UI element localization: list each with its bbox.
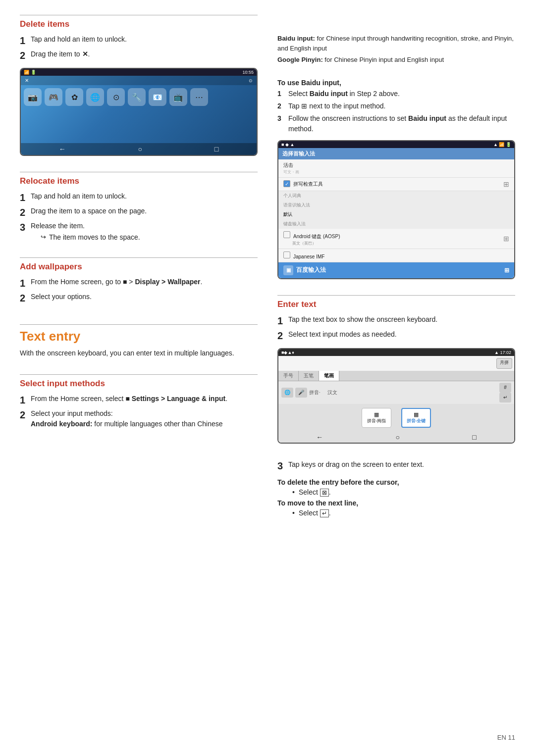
- page-number: EN 11: [497, 734, 515, 741]
- list-item: 1 Select Baidu input in Step 2 above.: [277, 89, 515, 99]
- sub-text: The item moves to the space.: [49, 232, 140, 243]
- google-bold: Google Pinyin:: [277, 56, 323, 63]
- delete-items-list: 1 Tap and hold an item to unlock. 2 Drag…: [20, 34, 258, 62]
- add-wallpapers-title: Add wallpapers: [20, 262, 258, 272]
- kb-key-main: ▦ 拼音-拇指: [362, 408, 391, 428]
- app-icon: 🔧: [128, 88, 146, 106]
- kb-key-pinyin-thumb: ▦ 拼音-拇指: [362, 408, 391, 428]
- kb-tab-bihua: 笔画: [319, 371, 339, 381]
- list-item: 1 Tap and hold an item to unlock.: [20, 191, 258, 204]
- kb-key-label2: ▦: [414, 411, 419, 418]
- kb-status-bar: ■◆▲♦ ▲ 17:02: [278, 349, 514, 356]
- step-text: Select Baidu input in Step 2 above.: [288, 89, 515, 99]
- app-icon: 🌐: [86, 88, 104, 106]
- recent-btn: □: [214, 145, 218, 153]
- step-num: 3: [277, 459, 288, 472]
- enter-text-title: Enter text: [277, 300, 515, 309]
- step-num: 3: [277, 113, 288, 124]
- kb-keys-area: ▦ 拼音-拇指 ▦ 拼音-全键: [278, 404, 514, 432]
- kb-corner-btn: 月拼: [496, 358, 512, 369]
- divider-relocate: [20, 172, 258, 172]
- step-num: 2: [20, 292, 31, 304]
- step-text: Drag the item to ✕.: [31, 49, 258, 59]
- kb-key-pinyin-full: ▦ 拼音-全键: [401, 408, 431, 428]
- step-num: 1: [277, 314, 288, 327]
- bullet-dot2: •: [292, 509, 295, 517]
- keyboard-screenshot: ■◆▲♦ ▲ 17:02 月拼 手号 五笔 笔画 🌐 🎤 拼音·: [277, 348, 515, 444]
- list-item: 2 Select your options.: [20, 292, 258, 304]
- home-screen-screenshot: 📶 🔋 10:55 ✕ ⊙ 📷 🎮 ✿ 🌐: [20, 68, 258, 156]
- divider-text-entry: [20, 324, 258, 325]
- step-num: 1: [20, 277, 31, 290]
- kb-key-label: ▦: [374, 411, 379, 418]
- step-text: Select text input modes as needed.: [288, 329, 515, 340]
- step-text: Tap and hold an item to unlock.: [31, 34, 258, 45]
- baidu-bold: Baidu input:: [277, 35, 315, 42]
- step-num: 3: [20, 221, 31, 234]
- kb-recent-btn: □: [472, 433, 476, 441]
- step-text: Follow the onscreen instructions to set …: [288, 113, 515, 134]
- home-screen-body: ✕ ⊙ 📷 🎮 ✿ 🌐 ⊙ 🔧 📧 📺 ⋯: [21, 76, 257, 155]
- step-num: 2: [20, 206, 31, 219]
- app-icon: ✿: [65, 88, 83, 106]
- step-text: Select your input methods: Android keybo…: [31, 408, 258, 429]
- step-text: Tap keys or drag on the screen to enter …: [288, 459, 515, 470]
- arrow-icon: ↪: [41, 232, 46, 242]
- home-btn: ○: [138, 145, 142, 153]
- top-bar-icons: ⊙: [249, 78, 253, 83]
- kb-bottom-nav: ← ○ □: [278, 432, 514, 443]
- kb-key-sublabel: 拼音-拇指: [367, 418, 386, 424]
- enter-text-list: 1 Tap the text box to show the onscreen …: [277, 314, 515, 342]
- im-row-aosp: Android 键盘 (AOSP)英文（英巴） ⊞: [278, 229, 514, 249]
- kb-hanzi-label: 汉文: [327, 389, 337, 396]
- top-bar: ✕ ⊙: [21, 76, 257, 85]
- step-text: From the Home screen, select ■ Settings …: [31, 394, 258, 404]
- step-num: 2: [277, 329, 288, 342]
- app-icon: ⊙: [107, 88, 125, 106]
- app-icon: 📷: [24, 88, 42, 106]
- kb-globe-btn: 🌐: [281, 388, 293, 398]
- kb-right-btns: # ↵: [499, 383, 511, 403]
- im-row: 活击可文・画: [278, 159, 514, 178]
- im-checkbox-empty: [283, 231, 290, 238]
- list-item: 1 Tap the text box to show the onscreen …: [277, 314, 515, 327]
- list-item: 2 Tap ⊞ next to the input method.: [277, 101, 515, 111]
- im-aosp-item: Android 键盘 (AOSP)英文（英巴）: [283, 231, 340, 246]
- list-item: 3 Release the item. ↪ The item moves to …: [20, 221, 258, 243]
- bullet-dot: •: [292, 488, 295, 496]
- step-text: Tap and hold an item to unlock.: [31, 191, 258, 202]
- im-section-label4: 键盘输入法: [278, 219, 514, 229]
- step-num: 2: [20, 49, 31, 62]
- keyboard-body: ■◆▲♦ ▲ 17:02 月拼 手号 五笔 笔画 🌐 🎤 拼音·: [278, 349, 514, 443]
- im-checked-item: ✓拼写检查工具: [283, 180, 323, 188]
- im-japanese-item: Japanese IMF: [283, 252, 324, 259]
- im-footer-right: ⊞: [504, 267, 509, 274]
- list-item: 1 From the Home screen, go to ■ > Displa…: [20, 277, 258, 290]
- status-bar: 📶 🔋 10:55: [21, 69, 257, 76]
- im-header: 选择首输入法: [278, 148, 514, 159]
- kb-key-main2: ▦ 拼音-全键: [401, 408, 431, 428]
- app-icon: 📧: [149, 88, 166, 106]
- kb-mode-tabs: 手号 五笔 笔画: [278, 371, 514, 381]
- input-method-body: 选择首输入法 活击可文・画 ✓拼写检查工具 ⊞ 个人词典 语音识输入法 默认 键…: [278, 148, 514, 278]
- list-item: 2 Select text input modes as needed.: [277, 329, 515, 342]
- google-info: Google Pinyin: for Chinese Pinyin input …: [277, 55, 515, 65]
- list-item: 2 Drag the item to ✕.: [20, 49, 258, 62]
- add-wallpapers-list: 1 From the Home screen, go to ■ > Displa…: [20, 277, 258, 304]
- delete-items-title: Delete items: [20, 19, 258, 29]
- im-footer-text: 百度输入法: [296, 266, 326, 274]
- im-section-label2: 语音识输入法: [278, 201, 514, 210]
- relocate-items-title: Relocate items: [20, 176, 258, 186]
- step-num: 2: [20, 408, 31, 421]
- im-title: 选择首输入法: [282, 151, 315, 156]
- step-num: 1: [20, 34, 31, 47]
- kb-home-btn: ○: [396, 433, 400, 441]
- app-icon: ⋯: [190, 88, 208, 106]
- kb-input-area: 月拼: [278, 356, 514, 371]
- step-num: 1: [277, 89, 288, 99]
- im-checkbox-empty2: [283, 252, 290, 258]
- to-next-line-label: To move to the next line,: [277, 499, 515, 507]
- baidu-info: Baidu input: for Chinese input through h…: [277, 34, 515, 53]
- input-method-screenshot: ■ ◆ ▲ ▲ 📶 🔋 选择首输入法 活击可文・画 ✓拼写检查工具 ⊞ 个人词典: [277, 140, 515, 279]
- app-icon: 📺: [169, 88, 187, 106]
